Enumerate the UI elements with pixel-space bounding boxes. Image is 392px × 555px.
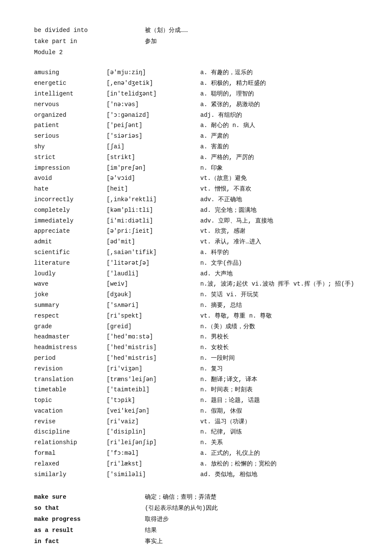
vocab-word: headmistress	[34, 343, 107, 353]
vocab-def: n. 关系	[200, 438, 366, 448]
vocab-def: ad. 类似地, 相似地	[200, 470, 366, 480]
bottom-phrase-cn: (引起表示结果的从句)因此	[145, 503, 366, 514]
vocab-def: a. 正式的, 礼仪上的	[200, 448, 366, 459]
vocab-phonetic: [,saiən'tifik]	[107, 248, 200, 258]
vocab-row: revise[ri'vaiz]vt. 温习（功课）	[34, 417, 366, 427]
phrase-row-1: take part in 参加	[34, 37, 366, 47]
vocab-def: n. 一段时间	[200, 353, 366, 364]
vocab-phonetic: [weiv]	[107, 279, 200, 289]
vocab-word: admit	[34, 237, 107, 247]
bottom-phrase-cn: 确定；确信；查明；弄清楚	[145, 492, 366, 503]
vocab-def: a. 放松的；松懈的；宽松的	[200, 459, 366, 469]
vocab-word: nervous	[34, 100, 107, 110]
vocab-row: wave[weiv]n.波, 波涛;起伏 vi.波动 挥手 vt.挥（手）; 招…	[34, 279, 366, 289]
phrase-en-1: take part in	[34, 37, 145, 47]
bottom-phrase-row: so that(引起表示结果的从句)因此	[34, 503, 366, 514]
vocab-word: revision	[34, 364, 107, 374]
vocab-def: n. 女校长	[200, 343, 366, 353]
vocab-phonetic: [træns'leiʃən]	[107, 375, 200, 385]
vocab-phonetic: ['hed'mɑ:stə]	[107, 332, 200, 342]
bottom-phrase-en: in fact	[34, 537, 145, 547]
bottom-phrase-en: as a result	[34, 526, 145, 536]
vocab-def: a. 科学的	[200, 248, 366, 258]
vocab-def: n. 翻译;译文, 译本	[200, 375, 366, 385]
vocab-row: joke[dʒəuk]n. 笑话 vi. 开玩笑	[34, 290, 366, 300]
vocab-def: n. 笑话 vi. 开玩笑	[200, 290, 366, 300]
bottom-phrase-row: make sure确定；确信；查明；弄清楚	[34, 492, 366, 503]
vocab-row: nervous['nə:vəs]a. 紧张的, 易激动的	[34, 100, 366, 110]
vocab-phonetic: ['laudli]	[107, 269, 200, 279]
vocab-row: literature['litərətʃə]n. 文学(作品)	[34, 258, 366, 269]
vocab-word: period	[34, 353, 107, 364]
vocab-def: adv. 不正确地	[200, 195, 366, 205]
vocab-word: impression	[34, 163, 107, 173]
vocab-def: vt.（故意）避免	[200, 173, 366, 184]
vocab-phonetic: ['tɔpik]	[107, 396, 200, 406]
vocab-phonetic: [ri'spekt]	[107, 311, 200, 321]
vocab-def: n. 假期, 休假	[200, 406, 366, 416]
phrase-en-0: be divided into	[34, 26, 145, 36]
vocab-def: n.（美）成绩，分数	[200, 322, 366, 332]
phrase-row-0: be divided into 被（划）分成……	[34, 26, 366, 36]
vocab-row: admit[əd'mit]vt. 承认, 准许…进入	[34, 237, 366, 247]
vocab-phonetic: [kəm'pli:tli]	[107, 205, 200, 216]
vocab-def: adv. 立即、马上, 直接地	[200, 216, 366, 226]
vocab-phonetic: [in'telidʒənt]	[107, 89, 200, 99]
vocab-word: respect	[34, 311, 107, 321]
vocab-def: n. 摘要, 总结	[200, 301, 366, 311]
bottom-phrase-en: make sure	[34, 492, 145, 503]
vocab-row: organized['ɔ:gənaizd]adj. 有组织的	[34, 110, 366, 121]
vocab-row: completely[kəm'pli:tli]ad. 完全地；圆满地	[34, 205, 366, 216]
vocab-word: patient	[34, 121, 107, 131]
vocab-row: period['hed'mistris]n. 一段时间	[34, 353, 366, 364]
vocab-phonetic: ['hed'mistris]	[107, 353, 200, 364]
vocab-def: a. 聪明的, 理智的	[200, 89, 366, 99]
vocab-row: summary['sʌməri]n. 摘要, 总结	[34, 301, 366, 311]
vocab-word: grade	[34, 322, 107, 332]
vocab-word: similarly	[34, 470, 107, 480]
vocab-phonetic: ['hed'mistris]	[107, 343, 200, 353]
vocab-phonetic: ['sʌməri]	[107, 301, 200, 311]
vocab-row: discipline['disiplin]n. 纪律, 训练	[34, 427, 366, 437]
vocab-phonetic: [ʃai]	[107, 142, 200, 152]
phrase-cn-0: 被（划）分成……	[145, 26, 366, 36]
vocab-phonetic: ['litərətʃə]	[107, 258, 200, 269]
vocab-word: wave	[34, 279, 107, 289]
vocab-row: topic['tɔpik]n. 题目；论题, 话题	[34, 396, 366, 406]
vocab-phonetic: [,inkə'rektli]	[107, 195, 200, 205]
vocab-row: revision[ri'viʒən]n. 复习	[34, 364, 366, 374]
vocab-row: headmaster['hed'mɑ:stə]n. 男校长	[34, 332, 366, 342]
vocab-word: relationship	[34, 438, 107, 448]
vocab-word: topic	[34, 396, 107, 406]
bottom-phrase-cn: 取得进步	[145, 515, 366, 525]
vocab-word: vacation	[34, 406, 107, 416]
vocab-row: formal['fɔ:məl]a. 正式的, 礼仪上的	[34, 448, 366, 459]
vocab-row: relationship[ri'leiʃənʃip]n. 关系	[34, 438, 366, 448]
vocab-phonetic: [ri'viʒən]	[107, 364, 200, 374]
vocab-def: vt. 尊敬, 尊重 n. 尊敬	[200, 311, 366, 321]
phrase-cn-1: 参加	[145, 37, 366, 47]
bottom-phrase-cn: 事实上	[145, 537, 366, 547]
vocab-word: summary	[34, 301, 107, 311]
vocab-phonetic: [heit]	[107, 184, 200, 194]
vocab-phonetic: [i'mi:diətli]	[107, 216, 200, 226]
vocab-row: relaxed[ri'lækst]a. 放松的；松懈的；宽松的	[34, 459, 366, 469]
vocab-def: n. 文学(作品)	[200, 258, 366, 269]
vocab-def: a. 耐心的 n. 病人	[200, 121, 366, 131]
vocab-def: a. 有趣的，逗乐的	[200, 68, 366, 78]
vocab-word: amusing	[34, 68, 107, 78]
vocab-phonetic: ['peiʃənt]	[107, 121, 200, 131]
vocab-word: revise	[34, 417, 107, 427]
vocab-word: shy	[34, 142, 107, 152]
bottom-phrase-cn: 结果	[145, 526, 366, 536]
vocab-def: adj. 有组织的	[200, 110, 366, 121]
vocab-row: appreciate[ə'pri:ʃieit]vt. 欣赏, 感谢	[34, 226, 366, 237]
vocab-phonetic: [ə'mju:ziŋ]	[107, 68, 200, 78]
vocab-row: headmistress['hed'mistris]n. 女校长	[34, 343, 366, 353]
vocab-phonetic: ['ɔ:gənaizd]	[107, 110, 200, 121]
vocab-table: amusing[ə'mju:ziŋ]a. 有趣的，逗乐的energetic[,e…	[34, 68, 366, 480]
vocab-word: scientific	[34, 248, 107, 258]
vocab-row: grade[greid]n.（美）成绩，分数	[34, 322, 366, 332]
vocab-row: shy[ʃai]a. 害羞的	[34, 142, 366, 152]
vocab-phonetic: ['taimteibl]	[107, 385, 200, 395]
